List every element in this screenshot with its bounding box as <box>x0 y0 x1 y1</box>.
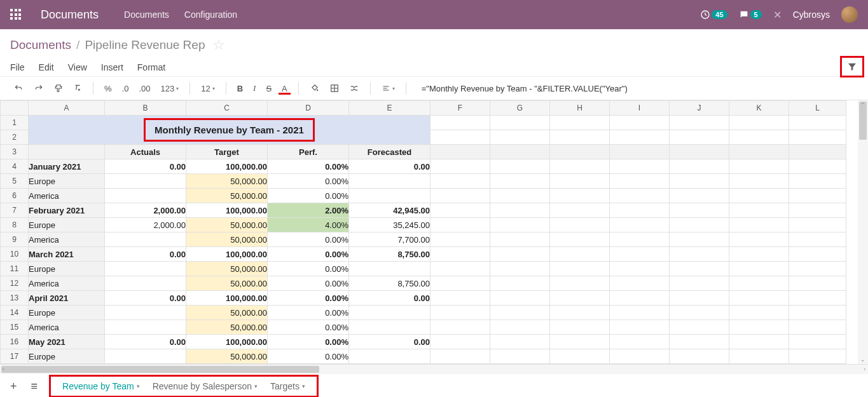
column-header-cell[interactable] <box>729 145 789 159</box>
cell[interactable] <box>105 306 186 320</box>
row-header[interactable]: 3 <box>1 145 29 159</box>
font-size-dropdown[interactable]: 12 <box>198 81 217 96</box>
cell[interactable] <box>729 203 789 218</box>
col-header[interactable]: I <box>610 101 670 116</box>
cell[interactable] <box>550 116 610 130</box>
row-header[interactable]: 1 <box>1 116 29 130</box>
cell[interactable] <box>431 203 490 218</box>
row-header[interactable]: 15 <box>1 320 29 335</box>
cell[interactable] <box>670 174 729 189</box>
cell[interactable] <box>431 130 490 145</box>
funnel-icon[interactable] <box>847 62 857 72</box>
column-header-cell[interactable] <box>490 145 550 159</box>
row-header[interactable]: 11 <box>1 262 29 276</box>
cell[interactable] <box>349 189 431 203</box>
cell[interactable] <box>729 262 789 276</box>
cell[interactable] <box>789 130 846 145</box>
cell[interactable] <box>431 306 490 320</box>
col-header[interactable]: G <box>490 101 550 116</box>
cell[interactable] <box>610 291 670 306</box>
cell[interactable] <box>105 262 186 276</box>
cell[interactable]: 50,000.00 <box>186 276 268 291</box>
cell[interactable]: 42,945.00 <box>349 203 431 218</box>
cell[interactable] <box>610 174 670 189</box>
cell[interactable] <box>729 349 789 364</box>
row-header[interactable]: 4 <box>1 159 29 174</box>
row-header[interactable]: 10 <box>1 247 29 262</box>
cell[interactable] <box>490 335 550 349</box>
cell[interactable] <box>789 159 846 174</box>
cell[interactable] <box>550 159 610 174</box>
cell[interactable] <box>610 116 670 130</box>
cell[interactable] <box>729 306 789 320</box>
column-header-cell[interactable]: Forecasted <box>349 145 431 159</box>
row-header[interactable]: 17 <box>1 349 29 364</box>
cell[interactable] <box>550 189 610 203</box>
cell[interactable]: February 2021 <box>29 203 105 218</box>
cell[interactable] <box>729 174 789 189</box>
cell[interactable] <box>789 174 846 189</box>
cell[interactable]: Europe <box>29 349 105 364</box>
cell[interactable] <box>670 247 729 262</box>
cell[interactable] <box>670 335 729 349</box>
menu-edit[interactable]: Edit <box>39 62 54 72</box>
cell[interactable]: 0.00% <box>268 320 349 335</box>
cell[interactable]: 50,000.00 <box>186 349 268 364</box>
number-format-dropdown[interactable]: 123 <box>157 81 182 96</box>
cell[interactable] <box>670 116 729 130</box>
cell[interactable]: 100,000.00 <box>186 291 268 306</box>
cell[interactable] <box>431 262 490 276</box>
horizontal-scrollbar[interactable]: ‹› <box>0 364 868 374</box>
cell[interactable]: 0.00% <box>268 159 349 174</box>
cell[interactable] <box>550 232 610 247</box>
cell[interactable]: America <box>29 232 105 247</box>
cell[interactable]: 4.00% <box>268 218 349 232</box>
spreadsheet-grid[interactable]: ABCDEFGHIJKL 1Monthly Revenue by Team - … <box>0 100 846 364</box>
cell[interactable] <box>729 320 789 335</box>
cell[interactable]: 7,700.00 <box>349 232 431 247</box>
tab-targets[interactable]: Targets▾ <box>264 377 312 395</box>
settings-icon[interactable]: ✕ <box>773 9 782 21</box>
row-header[interactable]: 9 <box>1 232 29 247</box>
cell[interactable] <box>670 218 729 232</box>
cell[interactable] <box>431 247 490 262</box>
cell[interactable]: 0.00% <box>268 335 349 349</box>
cell[interactable] <box>431 335 490 349</box>
cell[interactable]: 50,000.00 <box>186 218 268 232</box>
cell[interactable]: 0.00 <box>105 291 186 306</box>
row-header[interactable]: 12 <box>1 276 29 291</box>
cell[interactable] <box>550 320 610 335</box>
cell[interactable]: 50,000.00 <box>186 174 268 189</box>
cell[interactable] <box>789 218 846 232</box>
cell[interactable] <box>105 320 186 335</box>
cell[interactable] <box>670 130 729 145</box>
redo-icon[interactable] <box>31 81 47 95</box>
cell[interactable]: Europe <box>29 218 105 232</box>
cell[interactable]: 0.00% <box>268 306 349 320</box>
row-header[interactable]: 5 <box>1 174 29 189</box>
cell[interactable] <box>550 130 610 145</box>
cell[interactable] <box>431 159 490 174</box>
cell[interactable]: America <box>29 320 105 335</box>
cell[interactable] <box>670 306 729 320</box>
col-header[interactable]: J <box>670 101 729 116</box>
cell[interactable] <box>431 349 490 364</box>
cell[interactable] <box>729 276 789 291</box>
cell[interactable]: 0.00 <box>105 335 186 349</box>
cell[interactable] <box>550 335 610 349</box>
cell[interactable]: 8,750.00 <box>349 276 431 291</box>
cell[interactable] <box>490 174 550 189</box>
cell[interactable] <box>789 306 846 320</box>
cell[interactable] <box>550 349 610 364</box>
nav-configuration[interactable]: Configuration <box>184 10 237 20</box>
row-header[interactable]: 16 <box>1 335 29 349</box>
cell[interactable] <box>349 320 431 335</box>
cell[interactable] <box>610 159 670 174</box>
cell[interactable] <box>550 174 610 189</box>
row-header[interactable]: 8 <box>1 218 29 232</box>
cell[interactable] <box>349 174 431 189</box>
row-header[interactable]: 2 <box>1 130 29 145</box>
clear-format-icon[interactable] <box>70 81 85 95</box>
cell[interactable] <box>490 130 550 145</box>
cell[interactable] <box>550 203 610 218</box>
